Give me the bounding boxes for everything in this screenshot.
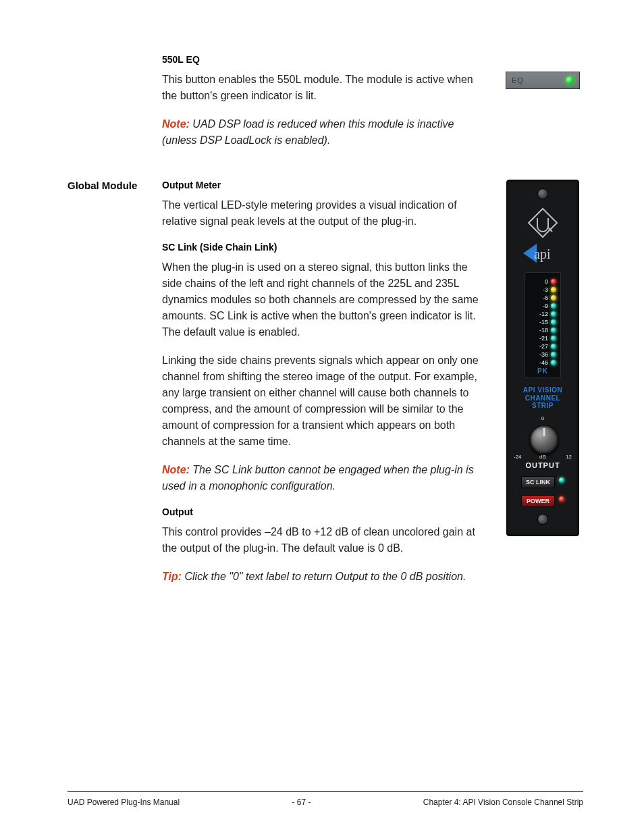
led-green-icon	[566, 76, 574, 84]
meter-row: -18	[529, 327, 556, 334]
power-button[interactable]: POWER	[521, 495, 555, 507]
knob-tick-zero: 0	[541, 415, 544, 421]
screw-icon	[537, 188, 548, 199]
meter-led-icon	[551, 328, 556, 333]
heading-sc-link: SC Link (Side Chain Link)	[162, 242, 489, 253]
meter-value-label: -12	[535, 311, 548, 317]
section-label-global-module: Global Module	[68, 180, 162, 191]
meter-led-icon	[551, 360, 556, 365]
meter-pk-label: PK	[529, 367, 556, 375]
meter-led-icon	[551, 311, 556, 317]
meter-led-icon	[551, 352, 556, 357]
meter-value-label: -6	[535, 294, 548, 301]
heading-550l-eq: 550L EQ	[162, 54, 489, 65]
meter-value-label: -9	[535, 303, 548, 309]
paragraph-sc-link-2: Linking the side chains prevents signals…	[162, 353, 489, 450]
meter-led-icon	[551, 319, 556, 325]
heading-output-meter: Output Meter	[162, 180, 489, 190]
meter-value-label: -21	[535, 335, 548, 342]
meter-led-icon	[551, 344, 556, 349]
eq-button-label: EQ	[512, 76, 524, 84]
screw-icon	[537, 514, 548, 525]
footer-left: UAD Powered Plug-Ins Manual	[68, 798, 180, 807]
meter-led-icon	[551, 336, 556, 341]
output-meter: 0-3-6-9-12-15-18-21-27-36-46PK	[525, 272, 561, 378]
meter-row: -36	[529, 351, 556, 358]
document-page: 550L EQ This button enables the 550L mod…	[0, 0, 644, 834]
meter-led-icon	[551, 287, 556, 292]
meter-row: 0	[529, 278, 556, 285]
knob-tick-unit: dB	[539, 454, 546, 460]
strip-title: API VISION CHANNEL STRIP	[523, 386, 562, 410]
channel-strip-figure: api 0-3-6-9-12-15-18-21-27-36-46PK API V…	[506, 180, 579, 536]
output-knob[interactable]	[529, 425, 559, 454]
paragraph-sc-link-1: When the plug-in is used on a stereo sig…	[162, 259, 489, 340]
note-label: Note:	[162, 118, 190, 130]
svg-text:api: api	[534, 246, 551, 262]
tip-label: Tip:	[162, 571, 182, 582]
meter-row: -46	[529, 359, 556, 366]
meter-value-label: -18	[535, 327, 548, 334]
page-footer: UAD Powered Plug-Ins Manual - 67 - Chapt…	[68, 791, 583, 807]
strip-title-line: CHANNEL	[523, 394, 562, 402]
strip-title-line: STRIP	[523, 402, 562, 410]
footer-page-number: - 67 -	[292, 798, 311, 807]
paragraph-output-tip: Tip: Click the "0" text label to return …	[162, 569, 489, 585]
meter-value-label: -36	[535, 351, 548, 358]
ua-logo-icon	[526, 206, 560, 240]
paragraph-output: This control provides –24 dB to +12 dB o…	[162, 524, 489, 556]
meter-row: -3	[529, 286, 556, 293]
strip-title-line: API VISION	[523, 386, 562, 394]
meter-value-label: -3	[535, 286, 548, 293]
paragraph-eq-note: Note: UAD DSP load is reduced when this …	[162, 116, 489, 149]
knob-tick-max: 12	[566, 454, 572, 460]
knob-tick-min: -24	[514, 454, 522, 460]
footer-right: Chapter 4: API Vision Console Channel St…	[423, 798, 583, 807]
led-red-icon	[559, 496, 564, 502]
meter-led-icon	[551, 303, 556, 309]
meter-row: -27	[529, 343, 556, 350]
meter-row: -15	[529, 319, 556, 325]
meter-row: -21	[529, 335, 556, 342]
note-text: UAD DSP load is reduced when this module…	[162, 118, 454, 146]
paragraph-eq-body: This button enables the 550L module. The…	[162, 72, 489, 104]
note-label: Note:	[162, 464, 190, 475]
eq-enable-button[interactable]: EQ	[506, 72, 580, 89]
meter-led-icon	[551, 279, 556, 284]
meter-value-label: -15	[535, 319, 548, 325]
meter-row: -12	[529, 311, 556, 317]
meter-value-label: -27	[535, 343, 548, 350]
tip-text: Click the "0" text label to return Outpu…	[184, 571, 466, 582]
output-knob-area: 0 -24 dB 12 OUTPUT	[512, 415, 573, 469]
heading-output: Output	[162, 506, 489, 517]
paragraph-sc-link-note: Note: The SC Link button cannot be engag…	[162, 462, 489, 494]
meter-row: -9	[529, 303, 556, 309]
api-logo-icon: api	[522, 241, 564, 265]
led-green-icon	[559, 477, 564, 483]
note-text: The SC Link button cannot be engaged whe…	[162, 464, 474, 492]
meter-value-label: -46	[535, 359, 548, 366]
meter-row: -6	[529, 294, 556, 301]
meter-value-label: 0	[535, 278, 548, 285]
sc-link-button[interactable]: SC LINK	[521, 476, 555, 488]
paragraph-output-meter: The vertical LED-style metering provides…	[162, 197, 489, 230]
output-knob-label: OUTPUT	[512, 461, 573, 469]
meter-led-icon	[551, 295, 556, 301]
